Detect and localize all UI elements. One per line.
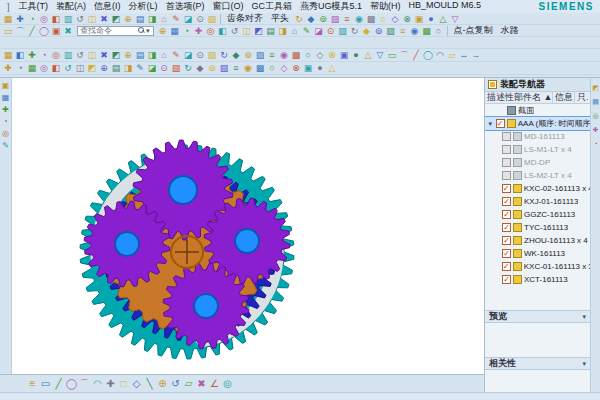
search-input[interactable] xyxy=(80,27,138,35)
toolbar-text-button[interactable]: 水路 xyxy=(497,24,523,37)
toolbar-icon[interactable]: ↺ xyxy=(62,62,74,74)
component-checkbox[interactable]: ✓ xyxy=(502,210,511,219)
toolbar-icon[interactable]: ▣ xyxy=(413,13,425,25)
navigator-row[interactable]: LS-M2-LT x 4 xyxy=(485,169,590,182)
column-descriptive-part-name[interactable]: 描述性部件名 ▲ xyxy=(487,91,552,104)
toolbar-icon[interactable]: ⌂ xyxy=(158,13,170,25)
navigator-row[interactable]: ✓TYC-161113 xyxy=(485,221,590,234)
toolbar-icon[interactable]: ◉ xyxy=(409,25,421,37)
component-checkbox[interactable]: ✓ xyxy=(502,262,511,271)
toolbar-icon[interactable]: ◆ xyxy=(194,62,206,74)
toolbar-icon[interactable]: ▣ xyxy=(302,62,314,74)
toolbar-icon[interactable]: ◫ xyxy=(241,25,253,37)
toolbar-icon[interactable]: ✎ xyxy=(134,62,146,74)
tree-expander-icon[interactable]: ▾ xyxy=(487,120,494,128)
toolbar-icon[interactable]: △ xyxy=(362,49,374,61)
toolbar-icon[interactable]: ╱ xyxy=(26,25,38,37)
toolbar-icon[interactable]: ▨ xyxy=(254,49,266,61)
toolbar-icon[interactable]: ✖ xyxy=(62,25,74,37)
toolbar-icon[interactable]: ≡ xyxy=(397,25,409,37)
toolbar-icon[interactable]: ▨ xyxy=(385,25,397,37)
hub-left[interactable] xyxy=(115,232,139,256)
toolbar-icon[interactable]: ✖ xyxy=(195,377,208,390)
toolbar-icon[interactable]: ◔ xyxy=(38,49,50,61)
toolbar-icon[interactable]: ↻ xyxy=(182,62,194,74)
toolbar-icon[interactable]: ↻ xyxy=(349,25,361,37)
navigator-row[interactable]: ✓GGZC-161113 xyxy=(485,208,590,221)
toolbar-icon[interactable]: ▣ xyxy=(50,25,62,37)
menu-item[interactable]: 燕秀UG模具5.1 xyxy=(296,0,366,13)
toolbar-icon[interactable]: ◯ xyxy=(65,377,78,390)
toolbar-icon[interactable]: ⌒ xyxy=(14,25,26,37)
toolbar-icon[interactable]: ▧ xyxy=(170,62,182,74)
toolbar-icon[interactable]: □ xyxy=(117,377,130,390)
toolbar-icon[interactable]: ▣ xyxy=(338,49,350,61)
toolbar-icon[interactable]: ◨ xyxy=(122,62,134,74)
toolbar-icon[interactable]: ◩ xyxy=(110,49,122,61)
toolbar-icon[interactable]: ∠ xyxy=(208,377,221,390)
toolbar-icon[interactable]: ◪ xyxy=(146,62,158,74)
toolbar-icon[interactable]: ╱ xyxy=(410,49,422,61)
navigator-row[interactable]: MD-DP xyxy=(485,156,590,169)
navigator-row[interactable]: ✓WK-161113 xyxy=(485,247,590,260)
toolbar-icon[interactable]: ⊚ xyxy=(373,25,385,37)
toolbar-icon[interactable]: ◉ xyxy=(242,62,254,74)
toolbar-icon[interactable]: ✚ xyxy=(14,13,26,25)
navigator-row[interactable]: ✓XCT-161113 xyxy=(485,273,590,286)
preview-section-bar[interactable]: 预览 ▾ xyxy=(485,310,590,323)
toolbar-icon[interactable]: ◔ xyxy=(26,13,38,25)
toolbar-icon[interactable]: ◉ xyxy=(353,13,365,25)
toolbar-icon[interactable]: ▤ xyxy=(591,95,600,109)
toolbar-icon[interactable]: ● xyxy=(314,62,326,74)
toolbar-icon[interactable]: ◧ xyxy=(50,62,62,74)
toolbar-icon[interactable]: ⊕ xyxy=(122,13,134,25)
navigator-column-header[interactable]: 描述性部件名 ▲ 信息 只… xyxy=(485,92,590,104)
toolbar-icon[interactable]: ○ xyxy=(433,25,445,37)
toolbar-icon[interactable]: ✚ xyxy=(26,49,38,61)
toolbar-icon[interactable]: ● xyxy=(350,49,362,61)
toolbar-icon[interactable]: ✚ xyxy=(2,62,14,74)
toolbar-icon[interactable]: ◪ xyxy=(182,13,194,25)
toolbar-icon[interactable]: ◇ xyxy=(314,49,326,61)
menu-item[interactable]: 装配(A) xyxy=(52,0,90,13)
toolbar-icon[interactable]: ✚ xyxy=(193,25,205,37)
toolbar-icon[interactable]: ⌂ xyxy=(289,25,301,37)
toolbar-icon[interactable]: ◧ xyxy=(14,49,26,61)
toolbar-icon[interactable]: ↻ xyxy=(218,49,230,61)
toolbar-icon[interactable]: ● xyxy=(425,13,437,25)
toolbar-icon[interactable]: ◆ xyxy=(230,49,242,61)
menu-item[interactable]: 帮助(H) xyxy=(366,0,405,13)
toolbar-icon[interactable]: ◨ xyxy=(146,13,158,25)
assembly-navigator-titlebar[interactable]: 装配导航器 xyxy=(485,78,590,92)
toolbar-icon[interactable]: ▧ xyxy=(206,49,218,61)
navigator-row[interactable]: ✓ZHOU-161113 x 4 xyxy=(485,234,590,247)
toolbar-icon[interactable]: ◔ xyxy=(0,116,11,128)
component-checkbox[interactable] xyxy=(502,171,511,180)
toolbar-icon[interactable]: ⊗ xyxy=(326,49,338,61)
toolbar-icon[interactable]: ↔ xyxy=(458,49,470,61)
toolbar-icon[interactable]: ▦ xyxy=(2,13,14,25)
toolbar-icon[interactable]: ↺ xyxy=(229,25,241,37)
toolbar-icon[interactable]: ⌒ xyxy=(78,377,91,390)
toolbar-icon[interactable]: ◯ xyxy=(38,25,50,37)
menu-item[interactable]: 工具(T) xyxy=(15,0,53,13)
toolbar-icon[interactable]: ◇ xyxy=(389,13,401,25)
toolbar-icon[interactable]: ≡ xyxy=(230,62,242,74)
dependencies-section-bar[interactable]: 相关性 ▾ xyxy=(485,357,590,370)
toolbar-icon[interactable]: ▤ xyxy=(110,62,122,74)
toolbar-icon[interactable]: ⊕ xyxy=(98,62,110,74)
toolbar-icon[interactable]: ◎ xyxy=(50,49,62,61)
toolbar-icon[interactable]: ▩ xyxy=(290,49,302,61)
menu-item[interactable]: 信息(I) xyxy=(90,0,125,13)
toolbar-icon[interactable]: ▭ xyxy=(2,25,14,37)
toolbar-icon[interactable]: ✚ xyxy=(0,104,11,116)
toolbar-icon[interactable]: ╲ xyxy=(143,377,156,390)
menu-item[interactable]: 分析(L) xyxy=(125,0,162,13)
toolbar-icon[interactable]: ✎ xyxy=(170,13,182,25)
toolbar-icon[interactable]: ◨ xyxy=(277,25,289,37)
toolbar-icon[interactable]: ✖ xyxy=(98,13,110,25)
menu-item[interactable]: 首选项(P) xyxy=(162,0,209,13)
toolbar-icon[interactable]: ⊙ xyxy=(325,25,337,37)
toolbar-icon[interactable]: ▱ xyxy=(182,377,195,390)
toolbar-icon[interactable]: ◔ xyxy=(14,62,26,74)
